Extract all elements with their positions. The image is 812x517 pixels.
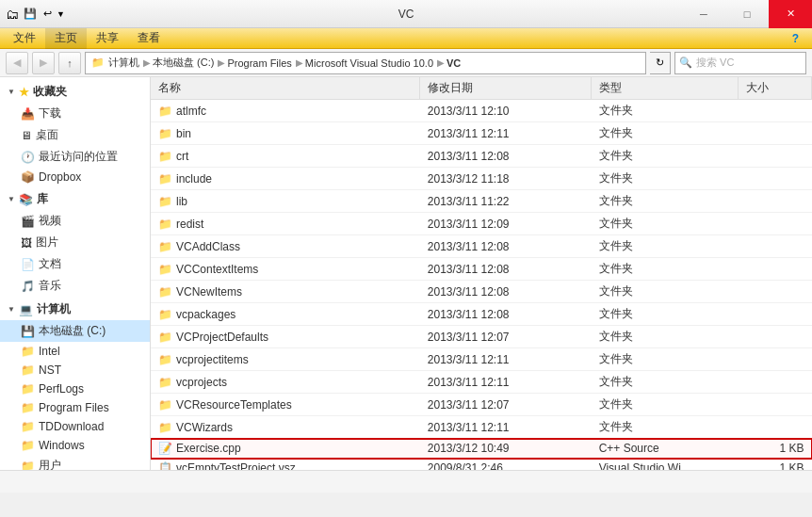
refresh-button[interactable]: ↻: [650, 52, 671, 74]
sidebar-item-windows[interactable]: 📁 Windows: [0, 436, 150, 455]
sidebar-item-music[interactable]: 🎵 音乐: [0, 275, 150, 297]
back-button[interactable]: ◀: [6, 52, 28, 74]
sidebar-item-tddownload[interactable]: 📁 TDDownload: [0, 417, 150, 436]
cell-size: [739, 190, 812, 213]
table-row[interactable]: 📁VCWizards 2013/3/11 12:11 文件夹: [151, 416, 812, 439]
menu-item-view[interactable]: 查看: [128, 28, 170, 49]
address-text-computer: 计算机: [108, 56, 139, 70]
table-row[interactable]: 📁VCNewItems 2013/3/11 12:08 文件夹: [151, 281, 812, 303]
search-placeholder: 搜索 VC: [696, 56, 734, 70]
minimize-button[interactable]: ─: [682, 0, 725, 28]
sidebar-item-docs[interactable]: 📄 文档: [0, 253, 150, 275]
col-header-type[interactable]: 类型: [592, 77, 739, 100]
menu-item-share[interactable]: 共享: [87, 28, 128, 49]
quick-access-save[interactable]: 💾: [22, 8, 39, 20]
sidebar-label-desktop: 桌面: [36, 127, 58, 143]
cell-type: 文件夹: [592, 213, 739, 235]
file-icon: 📋: [158, 461, 172, 470]
cell-size: [739, 348, 812, 371]
cell-date: 2009/8/31 2:46: [420, 459, 592, 471]
col-header-date[interactable]: 修改日期: [420, 77, 592, 100]
tri-down-icon: ▼: [8, 88, 15, 96]
sidebar-item-dropbox[interactable]: 📦 Dropbox: [0, 168, 150, 186]
table-row[interactable]: 📁include 2013/3/12 11:18 文件夹: [151, 168, 812, 190]
file-icon: 📁: [158, 421, 172, 434]
table-row[interactable]: 📁VCAddClass 2013/3/11 12:08 文件夹: [151, 235, 812, 258]
address-segment-programfiles[interactable]: Program Files ▶: [227, 57, 304, 69]
table-row[interactable]: 📁VCContextItems 2013/3/11 12:08 文件夹: [151, 258, 812, 281]
cell-name: 📁VCWizards: [151, 416, 420, 439]
cell-type: 文件夹: [592, 122, 739, 145]
window-controls: ─ □ ✕: [682, 0, 812, 28]
sidebar-header-favorites[interactable]: ▼ ★ 收藏夹: [0, 81, 150, 103]
table-row[interactable]: 📁crt 2013/3/11 12:08 文件夹: [151, 145, 812, 168]
sidebar-item-perflogs[interactable]: 📁 PerfLogs: [0, 380, 150, 398]
maximize-button[interactable]: □: [725, 0, 769, 28]
sidebar-label-computer: 计算机: [37, 301, 71, 317]
cell-type: 文件夹: [592, 100, 739, 122]
help-button[interactable]: ?: [783, 28, 808, 49]
sidebar-item-download[interactable]: 📥 下载: [0, 103, 150, 124]
sidebar-item-local-disk[interactable]: 💾 本地磁盘 (C:): [0, 320, 150, 342]
cell-name: 📁VCNewItems: [151, 281, 420, 303]
cell-date: 2013/3/12 10:49: [420, 439, 592, 459]
table-row[interactable]: 📁vcprojects 2013/3/11 12:11 文件夹: [151, 371, 812, 394]
sidebar-item-desktop[interactable]: 🖥 桌面: [0, 124, 150, 146]
table-row[interactable]: 📁lib 2013/3/11 11:22 文件夹: [151, 190, 812, 213]
table-row[interactable]: 📁vcprojectitems 2013/3/11 12:11 文件夹: [151, 348, 812, 371]
cell-name: 📁vcprojectitems: [151, 348, 420, 371]
sidebar-item-pictures[interactable]: 🖼 图片: [0, 232, 150, 253]
cell-date: 2013/3/11 12:10: [420, 100, 592, 122]
sidebar-item-nst[interactable]: 📁 NST: [0, 361, 150, 380]
sidebar-item-recent[interactable]: 🕐 最近访问的位置: [0, 146, 150, 168]
search-box[interactable]: 🔍 搜索 VC: [674, 52, 806, 74]
cell-name: 📁vcpackages: [151, 303, 420, 326]
quick-access-dropdown[interactable]: ▼: [57, 9, 65, 19]
folder-icon-desktop: 🖥: [21, 129, 32, 142]
sidebar-item-users[interactable]: 📁 用户: [0, 455, 150, 470]
sidebar-section-library: ▼ 📚 库 🎬 视频 🖼 图片 📄 文档 🎵 音乐: [0, 188, 150, 297]
cell-type: 文件夹: [592, 258, 739, 281]
menu-item-home[interactable]: 主页: [45, 28, 87, 49]
search-icon: 🔍: [679, 57, 692, 69]
col-header-name[interactable]: 名称: [151, 77, 420, 100]
library-icon: 📚: [19, 193, 33, 206]
forward-button[interactable]: ▶: [32, 52, 55, 74]
table-row[interactable]: 📁redist 2013/3/11 12:09 文件夹: [151, 213, 812, 235]
tri-down-icon-pc: ▼: [8, 305, 15, 314]
title-bar-icons: 🗂 💾 ↩ ▼: [0, 7, 65, 22]
address-segment-vc[interactable]: VC: [447, 57, 461, 69]
address-segment-computer[interactable]: 计算机 ▶: [108, 56, 153, 70]
address-segment-vs[interactable]: Microsoft Visual Studio 10.0 ▶: [305, 57, 447, 69]
sidebar-header-library[interactable]: ▼ 📚 库: [0, 188, 150, 210]
table-row[interactable]: 📝Exercise.cpp 2013/3/12 10:49 C++ Source…: [151, 439, 812, 459]
table-row[interactable]: 📁vcpackages 2013/3/11 12:08 文件夹: [151, 303, 812, 326]
file-icon: 📁: [158, 285, 172, 299]
table-row[interactable]: 📁atlmfc 2013/3/11 12:10 文件夹: [151, 100, 812, 122]
quick-access-undo[interactable]: ↩: [41, 8, 54, 20]
address-folder-icon: 📁: [91, 57, 105, 69]
cell-size: [739, 122, 812, 145]
sidebar-label-docs: 文档: [39, 256, 61, 272]
cell-size: [739, 281, 812, 303]
close-button[interactable]: ✕: [769, 0, 812, 28]
sidebar-header-computer[interactable]: ▼ 💻 计算机: [0, 299, 150, 320]
table-row[interactable]: 📁VCProjectDefaults 2013/3/11 12:07 文件夹: [151, 326, 812, 348]
cell-type: 文件夹: [592, 326, 739, 348]
table-row[interactable]: 📁VCResourceTemplates 2013/3/11 12:07 文件夹: [151, 394, 812, 416]
file-scroll[interactable]: 名称 修改日期 类型 大小 📁atlmfc 2013/3/11 12:10 文件…: [151, 77, 812, 470]
table-row[interactable]: 📁bin 2013/3/11 12:11 文件夹: [151, 122, 812, 145]
table-row[interactable]: 📋vcEmptyTestProject.vsz 2009/8/31 2:46 V…: [151, 459, 812, 471]
sidebar-item-intel[interactable]: 📁 Intel: [0, 342, 150, 361]
col-header-size[interactable]: 大小: [739, 77, 812, 100]
sidebar-item-video[interactable]: 🎬 视频: [0, 210, 150, 232]
cell-type: 文件夹: [592, 168, 739, 190]
sidebar-item-programfiles[interactable]: 📁 Program Files: [0, 398, 150, 417]
cell-size: [739, 213, 812, 235]
tri-down-icon-lib: ▼: [8, 195, 15, 203]
address-bar[interactable]: 📁 计算机 ▶ 本地磁盘 (C:) ▶ Program Files ▶ Micr…: [85, 52, 646, 74]
up-button[interactable]: ↑: [58, 52, 81, 74]
main-content: ▼ ★ 收藏夹 📥 下载 🖥 桌面 🕐 最近访问的位置 📦 Dropbox: [0, 77, 812, 470]
address-segment-drive[interactable]: 本地磁盘 (C:) ▶: [153, 56, 227, 70]
menu-item-file[interactable]: 文件: [4, 28, 45, 49]
